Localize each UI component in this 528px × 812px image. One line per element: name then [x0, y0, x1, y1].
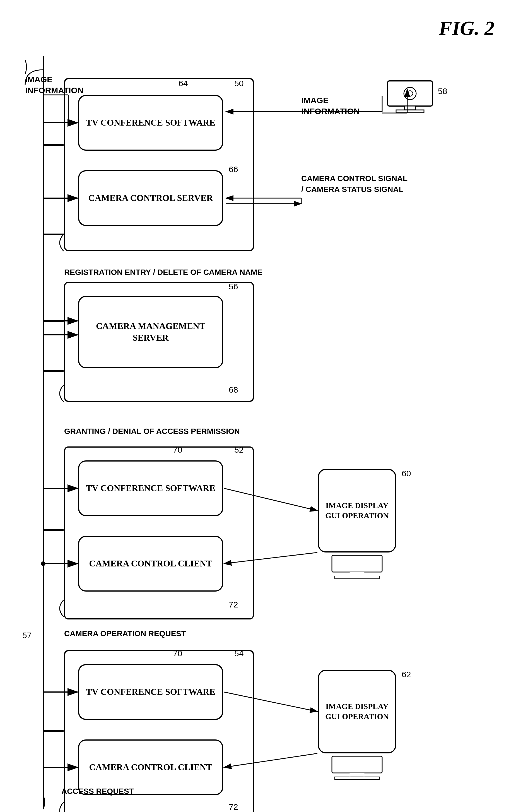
svg-rect-9	[350, 773, 364, 777]
svg-rect-5	[332, 555, 382, 572]
svg-point-2	[407, 91, 413, 96]
ref-56: 56	[229, 282, 238, 291]
ref-66: 66	[229, 165, 238, 174]
ref-62: 62	[402, 670, 411, 679]
figure-title: FIG. 2	[439, 17, 495, 40]
ref-50: 50	[234, 79, 244, 88]
svg-rect-7	[335, 576, 379, 579]
ref-70a: 70	[173, 445, 182, 454]
registration-entry-label: REGISTRATION ENTRY / DELETE OF CAMERA NA…	[64, 268, 263, 277]
tv-conference-software-server: TV CONFERENCE SOFTWARE	[78, 95, 223, 151]
svg-rect-8	[332, 756, 382, 773]
camera-management-server-box: CAMERA MANAGEMENT SERVER	[78, 296, 223, 368]
image-display-gui2-box: IMAGE DISPLAY GUI OPERATION	[318, 670, 396, 753]
svg-point-29	[41, 562, 45, 566]
svg-rect-6	[350, 572, 364, 576]
ref-60: 60	[402, 469, 411, 478]
ref-58: 58	[438, 87, 447, 96]
ref-68: 68	[229, 385, 238, 394]
monitor-icon1	[318, 554, 396, 582]
ref-52: 52	[234, 445, 244, 454]
ref-64: 64	[178, 79, 188, 88]
camera-icon	[385, 78, 435, 114]
access-req-label: ACCESS REQUEST	[61, 787, 134, 796]
ref-70b: 70	[173, 649, 182, 658]
svg-rect-10	[335, 777, 379, 780]
image-display-gui1-box: IMAGE DISPLAY GUI OPERATION	[318, 469, 396, 552]
image-info-label-right: IMAGE INFORMATION	[301, 95, 360, 117]
camera-ctrl-signal-label: CAMERA CONTROL SIGNAL / CAMERA STATUS SI…	[301, 173, 408, 195]
ref-54: 54	[234, 649, 244, 658]
camera-op-label: CAMERA OPERATION REQUEST	[64, 629, 186, 638]
ref-72b: 72	[229, 802, 238, 812]
image-info-label-top: IMAGE INFORMATION	[25, 74, 84, 96]
camera-control-server-box: CAMERA CONTROL SERVER	[78, 170, 223, 226]
svg-rect-3	[405, 106, 415, 110]
tv-conference-client2-box: TV CONFERENCE SOFTWARE	[78, 664, 223, 720]
ref-57: 57	[22, 630, 31, 640]
monitor-icon2	[318, 755, 396, 783]
tv-conference-client1-box: TV CONFERENCE SOFTWARE	[78, 460, 223, 516]
camera-control-client1-box: CAMERA CONTROL CLIENT	[78, 536, 223, 592]
ref-72a: 72	[229, 600, 238, 609]
granting-label: GRANTING / DENIAL OF ACCESS PERMISSION	[64, 427, 240, 436]
svg-rect-4	[396, 110, 424, 113]
